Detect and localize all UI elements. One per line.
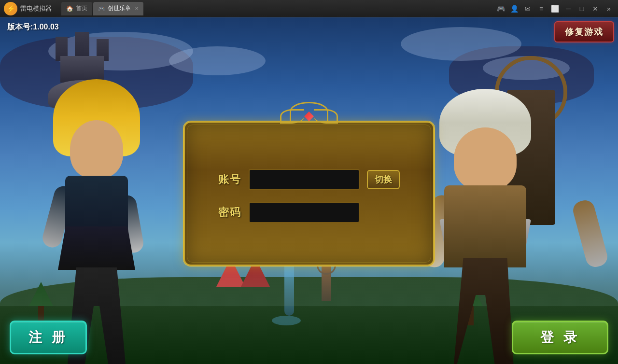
char-right-torso: [444, 185, 526, 267]
repair-button[interactable]: 修复游戏: [554, 21, 614, 42]
castle: [51, 44, 113, 83]
tab-home[interactable]: 🏠 首页: [61, 2, 92, 15]
char-right-legs: [454, 258, 517, 364]
tab-home-label: 首页: [76, 4, 87, 13]
panel-ornament: [280, 102, 338, 131]
tab-game-label: 创世乐章: [108, 4, 131, 13]
castle-body: [60, 56, 104, 83]
home-icon: 🏠: [66, 5, 73, 12]
ornament-scroll-right: [314, 109, 338, 124]
password-input[interactable]: [249, 202, 360, 223]
castle-tower-center: [75, 32, 89, 58]
titlebar: ⚡ 雷电模拟器 🏠 首页 🎮 创世乐章 ✕ 🎮 👤 ✉ ≡ ⬜ ─ □ ✕ »: [0, 0, 618, 17]
more-btn[interactable]: »: [604, 3, 614, 14]
window-controls: 🎮 👤 ✉ ≡ ⬜ ─ □ ✕ »: [495, 3, 614, 14]
mail-icon[interactable]: ✉: [522, 3, 533, 14]
close-btn[interactable]: ✕: [590, 3, 601, 14]
settings-icon[interactable]: ⬜: [549, 3, 560, 14]
app-name: 雷电模拟器: [20, 4, 52, 13]
password-label: 密码: [212, 205, 241, 220]
maximize-btn[interactable]: □: [576, 3, 587, 14]
menu-icon[interactable]: ≡: [536, 3, 547, 14]
gamepad-icon[interactable]: 🎮: [495, 3, 506, 14]
switch-button[interactable]: 切换: [367, 170, 400, 189]
tab-close-icon[interactable]: ✕: [135, 6, 139, 11]
game-area: 账号 切换 密码 版本号:1.00.03 修复游戏 注 册 登 录: [0, 17, 618, 364]
app-icon: ⚡: [4, 2, 17, 15]
cloud-2: [169, 46, 266, 75]
game-icon: 🎮: [98, 5, 105, 12]
char-left-skirt: [58, 226, 135, 270]
register-button[interactable]: 注 册: [10, 321, 87, 354]
login-button[interactable]: 登 录: [512, 321, 608, 354]
panel-content: 账号 切换 密码: [193, 131, 425, 256]
ornament-scroll-left: [280, 109, 304, 124]
account-input[interactable]: [249, 169, 360, 190]
waterfall-pool: [272, 316, 301, 325]
account-row: 账号 切换: [212, 169, 406, 190]
minimize-btn[interactable]: ─: [563, 3, 574, 14]
password-row: 密码: [212, 202, 406, 223]
char-left-head: [70, 120, 123, 178]
version-label: 版本号:1.00.03: [7, 22, 59, 32]
char-right-arm-r: [571, 198, 610, 269]
account-icon[interactable]: 👤: [509, 3, 520, 14]
tab-game[interactable]: 🎮 创世乐章 ✕: [93, 2, 143, 15]
account-label: 账号: [212, 172, 241, 187]
char-right-head: [454, 127, 517, 190]
login-panel: 账号 切换 密码: [183, 121, 435, 266]
